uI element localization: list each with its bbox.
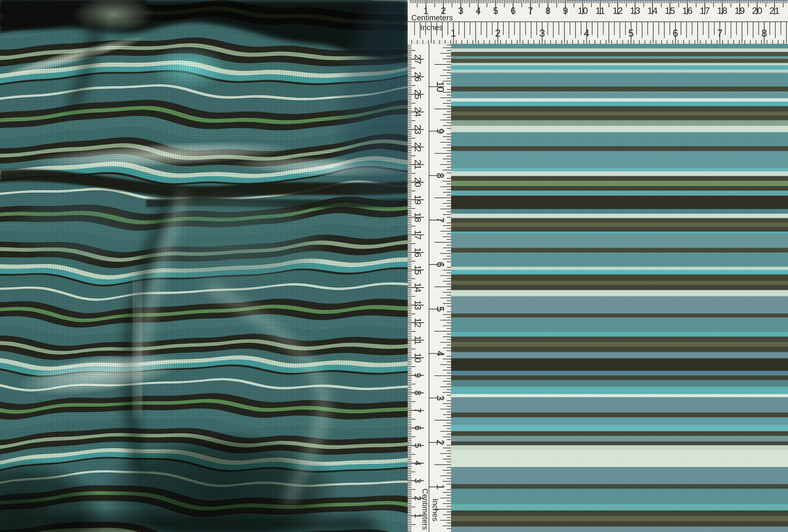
svg-text:2: 2 bbox=[435, 440, 446, 445]
svg-text:21: 21 bbox=[413, 160, 423, 170]
svg-text:Inches: Inches bbox=[431, 499, 439, 521]
svg-text:4: 4 bbox=[413, 461, 423, 466]
svg-text:Centimeters: Centimeters bbox=[411, 14, 453, 22]
svg-text:14: 14 bbox=[647, 5, 657, 16]
svg-text:3: 3 bbox=[435, 395, 446, 401]
svg-text:27: 27 bbox=[413, 54, 423, 64]
svg-text:21: 21 bbox=[769, 5, 780, 16]
svg-text:16: 16 bbox=[682, 5, 692, 16]
svg-text:3: 3 bbox=[539, 27, 545, 39]
svg-text:Centimeters: Centimeters bbox=[421, 489, 429, 530]
svg-text:17: 17 bbox=[413, 230, 423, 240]
svg-text:7: 7 bbox=[717, 27, 723, 39]
svg-text:4: 4 bbox=[476, 5, 481, 16]
svg-text:15: 15 bbox=[413, 265, 423, 275]
svg-text:6: 6 bbox=[673, 27, 678, 39]
svg-text:11: 11 bbox=[413, 336, 423, 345]
svg-text:26: 26 bbox=[413, 72, 423, 82]
svg-text:20: 20 bbox=[413, 177, 423, 187]
svg-text:15: 15 bbox=[665, 5, 675, 16]
svg-text:12: 12 bbox=[413, 318, 423, 328]
svg-text:17: 17 bbox=[700, 5, 710, 16]
svg-text:25: 25 bbox=[413, 90, 423, 99]
svg-text:5: 5 bbox=[628, 27, 634, 39]
svg-text:9: 9 bbox=[435, 128, 446, 134]
svg-text:1: 1 bbox=[435, 484, 446, 490]
svg-text:7: 7 bbox=[435, 217, 446, 223]
svg-text:9: 9 bbox=[413, 373, 423, 378]
svg-text:18: 18 bbox=[413, 212, 423, 222]
svg-text:7: 7 bbox=[413, 408, 423, 413]
svg-text:3: 3 bbox=[458, 5, 464, 16]
svg-text:8: 8 bbox=[546, 5, 551, 16]
svg-text:10: 10 bbox=[435, 81, 446, 92]
svg-text:18: 18 bbox=[717, 5, 727, 16]
svg-text:11: 11 bbox=[595, 5, 605, 16]
svg-text:6: 6 bbox=[511, 5, 516, 16]
svg-text:8: 8 bbox=[435, 173, 446, 178]
svg-text:4: 4 bbox=[435, 351, 446, 356]
svg-text:6: 6 bbox=[413, 426, 423, 431]
svg-text:14: 14 bbox=[413, 282, 423, 292]
svg-text:5: 5 bbox=[413, 443, 423, 448]
svg-text:2: 2 bbox=[495, 27, 500, 39]
svg-text:13: 13 bbox=[413, 300, 423, 310]
svg-text:5: 5 bbox=[435, 306, 446, 312]
svg-text:5: 5 bbox=[493, 5, 498, 16]
svg-text:13: 13 bbox=[630, 5, 640, 16]
svg-text:1: 1 bbox=[451, 27, 456, 39]
svg-text:22: 22 bbox=[413, 142, 423, 152]
svg-text:24: 24 bbox=[413, 107, 423, 117]
svg-text:4: 4 bbox=[584, 27, 589, 39]
svg-text:6: 6 bbox=[435, 262, 446, 267]
svg-text:23: 23 bbox=[413, 125, 423, 135]
svg-text:3: 3 bbox=[413, 478, 423, 483]
svg-text:8: 8 bbox=[413, 391, 423, 395]
svg-text:7: 7 bbox=[528, 5, 533, 16]
svg-text:10: 10 bbox=[578, 5, 588, 16]
svg-text:10: 10 bbox=[413, 353, 423, 363]
svg-text:20: 20 bbox=[752, 5, 762, 16]
svg-text:19: 19 bbox=[734, 5, 745, 16]
svg-text:8: 8 bbox=[762, 27, 767, 39]
svg-text:12: 12 bbox=[613, 5, 623, 16]
svg-text:19: 19 bbox=[413, 195, 423, 205]
svg-text:16: 16 bbox=[413, 248, 423, 257]
svg-text:9: 9 bbox=[563, 5, 568, 16]
